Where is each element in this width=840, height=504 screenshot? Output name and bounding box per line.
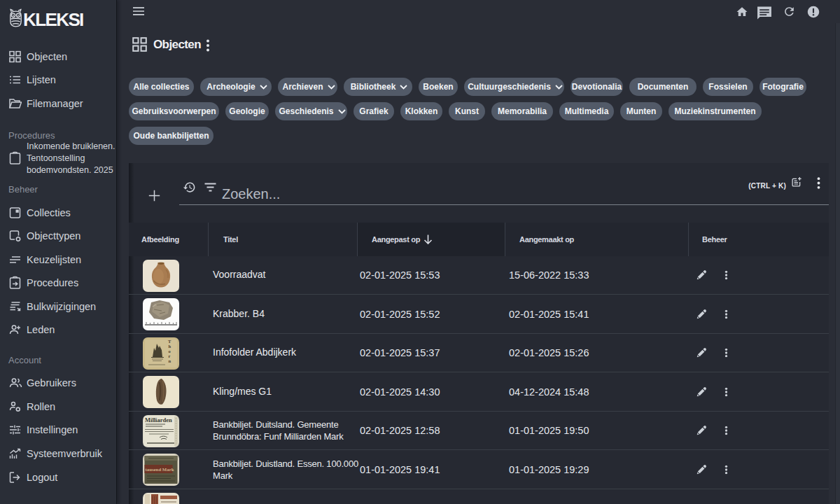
svg-text:tausend Mark: tausend Mark xyxy=(146,467,174,472)
svg-text:r: r xyxy=(168,354,170,358)
svg-text:Milliarden: Milliarden xyxy=(145,416,172,423)
svg-text:T: T xyxy=(168,339,172,344)
svg-text:h: h xyxy=(168,344,171,349)
svg-text:o: o xyxy=(168,349,170,354)
svg-text:n: n xyxy=(168,358,171,363)
